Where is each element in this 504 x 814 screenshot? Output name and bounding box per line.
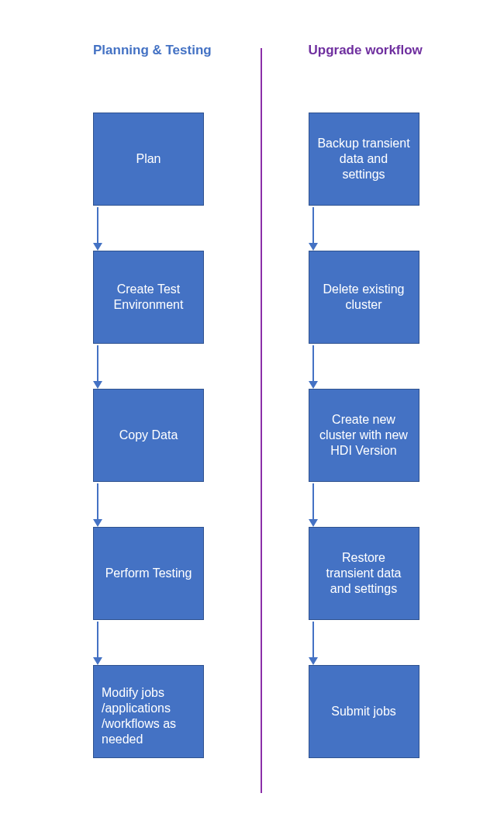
arrow-icon	[309, 620, 318, 665]
diagram-container: Planning & Testing Plan Create Test Envi…	[0, 0, 504, 814]
step-copy-data: Copy Data	[93, 389, 204, 482]
left-heading: Planning & Testing	[93, 43, 212, 58]
step-restore: Restore transient data and settings	[309, 527, 419, 620]
step-modify-jobs: Modify jobs /applications /workflows as …	[93, 665, 204, 758]
step-delete-cluster: Delete existing cluster	[309, 251, 419, 344]
arrow-icon	[93, 344, 102, 389]
column-divider	[261, 48, 262, 793]
step-backup: Backup transient data and settings	[309, 113, 419, 206]
step-create-test-env: Create Test Environment	[93, 251, 204, 344]
arrow-icon	[93, 620, 102, 665]
arrow-icon	[309, 206, 318, 251]
left-column: Planning & Testing Plan Create Test Envi…	[31, 43, 258, 783]
arrow-icon	[93, 206, 102, 251]
arrow-icon	[93, 482, 102, 527]
step-plan: Plan	[93, 113, 204, 206]
arrow-icon	[309, 482, 318, 527]
step-submit-jobs: Submit jobs	[309, 665, 419, 758]
step-create-cluster: Create new cluster with new HDI Version	[309, 389, 419, 482]
right-column: Upgrade workflow Backup transient data a…	[258, 43, 474, 783]
step-perform-testing: Perform Testing	[93, 527, 204, 620]
right-heading: Upgrade workflow	[309, 43, 423, 58]
arrow-icon	[309, 344, 318, 389]
